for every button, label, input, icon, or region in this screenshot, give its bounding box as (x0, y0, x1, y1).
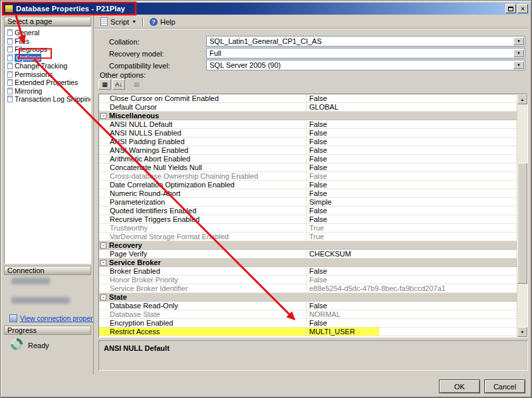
sidebar-item-extended-properties[interactable]: Extended Properties (5, 78, 90, 87)
alphabetical-view-button[interactable]: A↓ (112, 79, 125, 90)
property-value[interactable]: False (307, 181, 517, 189)
sidebar-item-options[interactable]: Options (5, 54, 90, 62)
sidebar-item-transaction-log-shipping[interactable]: Transaction Log Shipping (5, 95, 90, 104)
property-value[interactable]: GLOBAL (307, 103, 517, 111)
view-connection-properties-link[interactable]: View connection properties (20, 314, 104, 322)
recovery-model-dropdown-button[interactable]: ▼ (513, 49, 524, 57)
property-value[interactable]: False (307, 189, 517, 197)
grid-row-concatenate-null-yields-null[interactable]: Concatenate Null Yields NullFalse (99, 163, 517, 172)
property-value[interactable]: False (307, 302, 517, 310)
grid-category-state[interactable]: -State (99, 293, 517, 302)
compatibility-level-label: Compatibility level: (109, 62, 170, 70)
grid-category-recovery[interactable]: -Recovery (99, 241, 517, 250)
collapse-icon[interactable]: - (100, 113, 106, 119)
collapse-icon[interactable]: - (100, 243, 106, 249)
property-value[interactable]: False (307, 267, 517, 275)
collation-combobox[interactable]: SQL_Latin1_General_CP1_CI_AS ▼ (206, 36, 525, 47)
page-icon (7, 38, 13, 45)
grid-row-date-correlation-optimization-enabled[interactable]: Date Correlation Optimization EnabledFal… (99, 181, 517, 189)
grid-row-parameterization[interactable]: ParameterizationSimple (99, 198, 517, 207)
property-value[interactable]: False (307, 276, 517, 284)
scroll-down-button[interactable]: ▼ (517, 327, 527, 337)
grid-row-numeric-round-abort[interactable]: Numeric Round-AbortFalse (99, 189, 517, 198)
property-value[interactable]: CHECKSUM (307, 250, 517, 258)
grid-category-service-broker[interactable]: -Service Broker (99, 258, 517, 267)
property-value[interactable]: False (307, 129, 517, 137)
sidebar-item-filegroups[interactable]: Filegroups (5, 45, 90, 54)
property-value[interactable]: True (307, 224, 517, 232)
property-value[interactable]: False (307, 207, 517, 215)
grid-scrollbar[interactable]: ▲ ▼ (517, 94, 527, 337)
sidebar-item-mirroring[interactable]: Mirroring (5, 87, 90, 96)
property-value[interactable]: Simple (307, 198, 517, 206)
help-button[interactable]: ? Help (146, 17, 179, 27)
collation-label: Collation: (109, 38, 140, 46)
property-value[interactable]: NORMAL (307, 310, 517, 318)
property-name: Parameterization (99, 198, 307, 206)
property-value[interactable]: False (307, 146, 517, 154)
grid-row-page-verify[interactable]: Page VerifyCHECKSUM (99, 250, 517, 258)
compatibility-level-combobox[interactable]: SQL Server 2005 (90) ▼ (206, 60, 525, 70)
grid-row-cross-database-ownership-chaining-enabled[interactable]: Cross-database Ownership Chaining Enable… (99, 172, 517, 181)
options-grid-rows: Close Cursor on Commit EnabledFalseDefau… (99, 94, 517, 337)
property-value[interactable]: False (307, 163, 517, 171)
sidebar-item-general[interactable]: General (5, 29, 90, 37)
property-value[interactable]: False (307, 172, 517, 180)
property-name: Close Cursor on Commit Enabled (99, 94, 307, 102)
cancel-button[interactable]: Cancel (484, 379, 525, 393)
grid-row-arithmetic-abort-enabled[interactable]: Arithmetic Abort EnabledFalse (99, 155, 517, 163)
categorized-view-button[interactable]: ▦ (98, 79, 111, 90)
grid-row-database-read-only[interactable]: Database Read-OnlyFalse (99, 302, 517, 310)
collapse-icon[interactable]: - (100, 294, 106, 300)
grid-row-default-cursor[interactable]: Default CursorGLOBAL (99, 103, 517, 112)
grid-category-miscellaneous[interactable]: -Miscellaneous (99, 112, 517, 120)
sidebar-item-change-tracking[interactable]: Change Tracking (5, 62, 90, 70)
connection-link-row: View connection properties (9, 314, 104, 322)
ok-button[interactable]: OK (439, 379, 480, 393)
grid-row-encryption-enabled[interactable]: Encryption EnabledFalse (99, 319, 517, 328)
scrollbar-thumb[interactable] (517, 163, 527, 284)
sidebar-item-permissions[interactable]: Permissions (5, 70, 90, 79)
property-value[interactable]: False (307, 155, 517, 163)
property-value[interactable]: False (307, 319, 517, 327)
grid-row-service-broker-identifier[interactable]: Service Broker Identifiere88e5254-d5dc-4… (99, 284, 517, 293)
page-icon (7, 79, 13, 86)
property-value[interactable]: e88e5254-d5dc-47b9-8bec-fa9bccd207a1 (307, 284, 517, 292)
grid-row-vardecimal-storage-format-enabled[interactable]: VarDecimal Storage Format EnabledTrue (99, 233, 517, 241)
script-button[interactable]: Script ▼ (97, 17, 140, 27)
property-value[interactable]: True (307, 233, 517, 241)
grid-row-honor-broker-priority[interactable]: Honor Broker PriorityFalse (99, 276, 517, 284)
grid-row-trustworthy[interactable]: TrustworthyTrue (99, 224, 517, 233)
collation-dropdown-button[interactable]: ▼ (513, 37, 524, 45)
maximize-button[interactable] (505, 4, 516, 13)
recovery-model-combobox[interactable]: Full ▼ (206, 48, 525, 58)
grid-row-ansi-padding-enabled[interactable]: ANSI Padding EnabledFalse (99, 138, 517, 146)
grid-row-restrict-access[interactable]: Restrict AccessMULTI_USER (99, 328, 517, 336)
database-properties-dialog: Database Properties - P21Play ✕ Select a… (0, 0, 532, 398)
grid-row-broker-enabled[interactable]: Broker EnabledFalse (99, 267, 517, 276)
property-value[interactable]: False (307, 120, 517, 128)
grid-row-database-state[interactable]: Database StateNORMAL (99, 310, 517, 319)
titlebar[interactable]: Database Properties - P21Play ✕ (3, 3, 529, 15)
property-value[interactable]: MULTI_USER (307, 328, 517, 336)
property-name: Broker Enabled (99, 267, 307, 275)
grid-row-recursive-triggers-enabled[interactable]: Recursive Triggers EnabledFalse (99, 215, 517, 224)
grid-row-quoted-identifiers-enabled[interactable]: Quoted Identifiers EnabledFalse (99, 207, 517, 215)
property-value[interactable]: False (307, 94, 517, 102)
property-value[interactable]: False (307, 138, 517, 146)
compatibility-dropdown-button[interactable]: ▼ (513, 61, 524, 69)
script-dropdown-arrow-icon[interactable]: ▼ (132, 19, 136, 24)
scroll-up-button[interactable]: ▲ (517, 94, 527, 104)
property-value[interactable]: False (307, 215, 517, 223)
property-name: Encryption Enabled (99, 319, 307, 327)
chevron-down-icon: ▼ (517, 51, 521, 55)
grid-row-close-cursor-on-commit-enabled[interactable]: Close Cursor on Commit EnabledFalse (99, 94, 517, 103)
collapse-icon[interactable]: - (100, 260, 106, 266)
property-name: Restrict Access (99, 328, 307, 336)
property-name: ANSI Warnings Enabled (99, 146, 307, 154)
grid-row-ansi-nulls-enabled[interactable]: ANSI NULLS EnabledFalse (99, 129, 517, 138)
sidebar-item-files[interactable]: Files (5, 37, 90, 46)
grid-row-ansi-null-default[interactable]: ANSI NULL DefaultFalse (99, 120, 517, 129)
close-button[interactable]: ✕ (517, 4, 528, 13)
grid-row-ansi-warnings-enabled[interactable]: ANSI Warnings EnabledFalse (99, 146, 517, 155)
